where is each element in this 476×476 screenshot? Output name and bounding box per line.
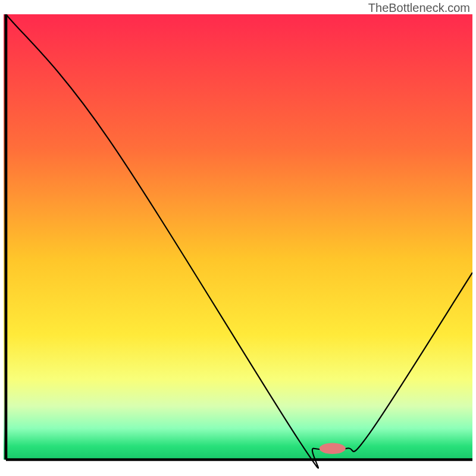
bottleneck-chart [4, 14, 472, 472]
watermark-text: TheBottleneck.com [368, 1, 470, 15]
gradient-background [4, 14, 472, 459]
optimal-marker [320, 443, 346, 453]
